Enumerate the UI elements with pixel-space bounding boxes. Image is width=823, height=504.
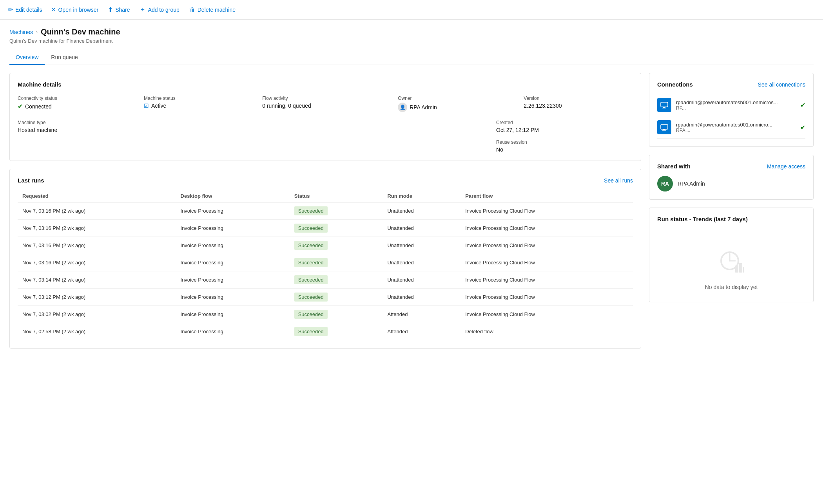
avatar: RA [657, 176, 673, 191]
machine-status-label: Machine status [144, 96, 247, 101]
machine-type: Machine type Hosted machine [18, 120, 151, 153]
edit-details-button[interactable]: ✏ Edit details [8, 4, 42, 15]
svg-rect-1 [663, 107, 665, 108]
cell-desktop-flow: Invoice Processing [176, 323, 290, 340]
table-row[interactable]: Nov 7, 03:14 PM (2 wk ago) Invoice Proce… [18, 271, 633, 289]
no-data-container: No data to display yet [657, 238, 805, 294]
share-icon: ⬆ [108, 6, 113, 13]
active-checkbox-icon: ☑ [144, 103, 149, 109]
edit-icon: ✏ [8, 6, 13, 13]
created-label: Created [496, 120, 633, 125]
machine-status-value: ☑ Active [144, 103, 247, 109]
shared-with-title: Shared with [657, 163, 691, 170]
machine-details-title: Machine details [18, 81, 633, 88]
table-row[interactable]: Nov 7, 03:16 PM (2 wk ago) Invoice Proce… [18, 220, 633, 237]
share-button[interactable]: ⬆ Share [108, 4, 130, 15]
created: Created Oct 27, 12:12 PM [496, 120, 633, 133]
cell-run-mode: Unattended [382, 271, 460, 289]
cell-run-mode: Unattended [382, 220, 460, 237]
see-all-runs-link[interactable]: See all runs [604, 177, 633, 184]
reuse-session-value: No [496, 146, 633, 153]
tab-run-queue[interactable]: Run queue [45, 50, 84, 65]
cell-run-mode: Unattended [382, 237, 460, 254]
cell-requested: Nov 7, 03:02 PM (2 wk ago) [18, 306, 176, 323]
flow-activity-label: Flow activity [262, 96, 382, 101]
see-all-connections-link[interactable]: See all connections [758, 81, 805, 88]
cell-status: Succeeded [290, 289, 383, 306]
add-to-group-button[interactable]: ＋ Add to group [140, 4, 179, 15]
cell-requested: Nov 7, 03:12 PM (2 wk ago) [18, 289, 176, 306]
table-row[interactable]: Nov 7, 03:16 PM (2 wk ago) Invoice Proce… [18, 202, 633, 220]
table-row[interactable]: Nov 7, 03:16 PM (2 wk ago) Invoice Proce… [18, 254, 633, 271]
flow-activity: Flow activity 0 running, 0 queued [262, 96, 382, 112]
manage-access-link[interactable]: Manage access [767, 163, 805, 170]
cell-desktop-flow: Invoice Processing [176, 220, 290, 237]
cell-requested: Nov 7, 03:16 PM (2 wk ago) [18, 237, 176, 254]
cell-requested: Nov 7, 02:58 PM (2 wk ago) [18, 323, 176, 340]
status-badge: Succeeded [294, 241, 328, 250]
status-badge: Succeeded [294, 258, 328, 267]
connection-tag: RPA ... [676, 128, 796, 133]
owner-value: 👤 RPA Admin [398, 103, 508, 112]
tab-overview[interactable]: Overview [9, 50, 45, 65]
connection-item[interactable]: rpaadmin@powerautomatesh001.onmicros... … [657, 94, 805, 116]
machine-type-label: Machine type [18, 120, 151, 125]
table-row[interactable]: Nov 7, 03:16 PM (2 wk ago) Invoice Proce… [18, 237, 633, 254]
status-badge: Succeeded [294, 224, 328, 233]
runs-table: Requested Desktop flow Status Run mode P… [18, 190, 633, 340]
col-requested: Requested [18, 190, 176, 202]
shared-with-card: Shared with Manage access RA RPA Admin [649, 155, 814, 200]
cell-desktop-flow: Invoice Processing [176, 271, 290, 289]
right-column: Connections See all connections rpaadmin… [649, 73, 814, 356]
cell-status: Succeeded [290, 220, 383, 237]
run-status-trends-card: Run status - Trends (last 7 days) No dat… [649, 208, 814, 302]
connections-list: rpaadmin@powerautomatesh001.onmicros... … [657, 94, 805, 139]
svg-rect-5 [662, 130, 666, 131]
connection-email: rpaadmin@powerautomatesh001.onmicros... [676, 99, 796, 105]
cell-parent-flow: Invoice Processing Cloud Flow [460, 220, 633, 237]
svg-rect-4 [663, 129, 665, 130]
machine-status: Machine status ☑ Active [144, 96, 247, 112]
svg-rect-8 [739, 263, 742, 273]
trends-title: Run status - Trends (last 7 days) [657, 216, 805, 222]
cell-run-mode: Unattended [382, 254, 460, 271]
breadcrumb-separator: › [36, 29, 38, 35]
col-status: Status [290, 190, 383, 202]
cell-desktop-flow: Invoice Processing [176, 254, 290, 271]
breadcrumb-current: Quinn's Dev machine [41, 27, 120, 36]
owner-label: Owner [398, 96, 508, 101]
cell-parent-flow: Invoice Processing Cloud Flow [460, 306, 633, 323]
open-browser-icon: ✕ [51, 7, 56, 13]
breadcrumb-parent[interactable]: Machines [9, 29, 33, 35]
shared-user-item: RA RPA Admin [657, 176, 805, 191]
table-row[interactable]: Nov 7, 03:02 PM (2 wk ago) Invoice Proce… [18, 306, 633, 323]
version-value: 2.26.123.22300 [524, 103, 633, 109]
delete-machine-button[interactable]: 🗑 Delete machine [189, 5, 236, 15]
owner-avatar: 👤 [398, 103, 407, 112]
reuse-session: Reuse session No [496, 139, 633, 153]
status-badge: Succeeded [294, 206, 328, 215]
connection-icon [657, 120, 671, 134]
svg-rect-9 [743, 267, 744, 273]
svg-rect-2 [662, 108, 666, 108]
machine-type-value: Hosted machine [18, 127, 151, 133]
version: Version 2.26.123.22300 [524, 96, 633, 112]
connections-card: Connections See all connections rpaadmin… [649, 73, 814, 147]
table-row[interactable]: Nov 7, 03:12 PM (2 wk ago) Invoice Proce… [18, 289, 633, 306]
connectivity-label: Connectivity status [18, 96, 128, 101]
cell-desktop-flow: Invoice Processing [176, 202, 290, 220]
table-row[interactable]: Nov 7, 02:58 PM (2 wk ago) Invoice Proce… [18, 323, 633, 340]
svg-rect-0 [661, 102, 668, 107]
open-browser-button[interactable]: ✕ Open in browser [51, 5, 98, 14]
machine-details-card: Machine details Connectivity status ✔ Co… [9, 73, 641, 161]
cell-parent-flow: Invoice Processing Cloud Flow [460, 271, 633, 289]
connection-item[interactable]: rpaadmin@powerautomates001.onmicro... RP… [657, 116, 805, 139]
cell-desktop-flow: Invoice Processing [176, 237, 290, 254]
cell-run-mode: Unattended [382, 289, 460, 306]
connection-tag: RP... [676, 105, 796, 111]
delete-icon: 🗑 [189, 6, 195, 13]
cell-parent-flow: Invoice Processing Cloud Flow [460, 202, 633, 220]
last-runs-title: Last runs [18, 177, 44, 184]
cell-run-mode: Attended [382, 306, 460, 323]
created-value: Oct 27, 12:12 PM [496, 127, 633, 133]
